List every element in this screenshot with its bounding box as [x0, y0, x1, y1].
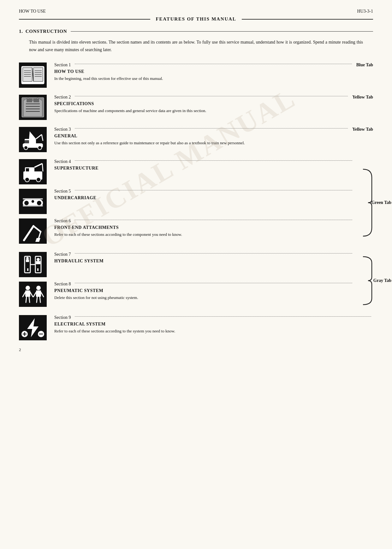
section-entry-1: Section 1 Blue Tab HOW TO USE In the beg… [19, 63, 373, 88]
section-entry-7: Section 7 HYDRAULIC SYSTEM [19, 252, 354, 277]
svg-point-41 [31, 200, 34, 203]
section-8-dots [75, 283, 353, 283]
construction-heading: 1. CONSTRUCTION [19, 29, 373, 34]
section-1-row: Section 1 Blue Tab [54, 63, 373, 68]
section-7-name: HYDRAULIC SYSTEM [54, 259, 354, 264]
icon-specs [19, 95, 47, 120]
undercarriage-icon-svg [20, 190, 45, 213]
section-2-tab: Yellow Tab [352, 95, 373, 100]
section-entry-6: Section 6 FRONT-END ATTACHMENTS Refer to… [19, 218, 354, 244]
svg-rect-57 [36, 261, 40, 264]
section-7-row: Section 7 [54, 252, 354, 257]
svg-rect-32 [26, 168, 29, 171]
section-entry-2: Section 2 Yellow Tab SPECIFICATIONS Spec… [19, 95, 373, 120]
page-header: HOW TO USE HU3-3-1 [19, 9, 373, 14]
section-3-label: Section 3 [54, 127, 71, 132]
section-8-row: Section 8 [54, 282, 354, 287]
section-9-content: Section 9 ELECTRICAL SYSTEM Refer to eac… [54, 315, 373, 335]
section-6-desc: Refer to each of these sections accordin… [54, 231, 354, 238]
construction-line [71, 31, 373, 32]
svg-line-71 [37, 297, 37, 302]
intro-paragraph: This manual is divided into eleven secti… [29, 39, 363, 54]
gray-tab-entries: Section 7 HYDRAULIC SYSTEM [19, 252, 354, 309]
hydraulic-icon-svg [20, 253, 45, 276]
section-9-row: Section 9 [54, 315, 373, 320]
svg-rect-55 [26, 260, 29, 262]
svg-rect-28 [25, 140, 29, 143]
excavator-icon-svg [20, 128, 45, 151]
icon-hydraulic [19, 252, 47, 277]
section-2-name: SPECIFICATIONS [54, 101, 373, 106]
svg-point-34 [36, 177, 41, 182]
title-line-left [19, 19, 150, 20]
section-9-dots [75, 316, 371, 317]
section-9-label: Section 9 [54, 315, 71, 320]
section-7-dots [75, 253, 353, 254]
section-5-name: UNDERCARRIAGE [54, 195, 354, 200]
section-3-desc: Use this section not only as a reference… [54, 140, 373, 146]
section-3-content: Section 3 Yellow Tab GENERAL Use this se… [54, 127, 373, 146]
section-7-label: Section 7 [54, 252, 71, 257]
section-entry-8: Section 8 PNEUMATIC SYSTEM Delete this s… [19, 282, 354, 307]
section-1-name: HOW TO USE [54, 69, 373, 74]
section-2-desc: Specifications of machine and components… [54, 108, 373, 114]
icon-electrical [19, 315, 47, 340]
header-right: HU3-3-1 [357, 9, 373, 14]
section-2-content: Section 2 Yellow Tab SPECIFICATIONS Spec… [54, 95, 373, 114]
section-4-label: Section 4 [54, 159, 71, 164]
section-8-content: Section 8 PNEUMATIC SYSTEM Delete this s… [54, 282, 354, 301]
svg-rect-42 [23, 198, 43, 200]
svg-rect-58 [27, 268, 28, 271]
section-3-tab: Yellow Tab [352, 127, 373, 132]
construction-title: CONSTRUCTION [26, 29, 67, 34]
section-1-content: Section 1 Blue Tab HOW TO USE In the beg… [54, 63, 373, 82]
title-bar: FEATURES OF THIS MANUAL [19, 16, 373, 22]
section-8-label: Section 8 [54, 282, 71, 287]
gray-tab-group: Section 7 HYDRAULIC SYSTEM [19, 252, 373, 309]
section-7-content: Section 7 HYDRAULIC SYSTEM [54, 252, 354, 265]
svg-rect-43 [23, 205, 43, 206]
icon-frontend [19, 218, 47, 244]
section-3-row: Section 3 Yellow Tab [54, 127, 373, 132]
section-3-dots [75, 128, 348, 128]
section-4-row: Section 4 [54, 159, 354, 164]
section-5-label: Section 5 [54, 189, 71, 194]
section-2-dots [75, 96, 348, 96]
svg-line-72 [40, 297, 40, 302]
section-1-desc: In the beginning, read this section for … [54, 75, 373, 82]
icon-undercarriage [19, 189, 47, 214]
pneumatic-icon-svg [20, 283, 45, 306]
section-1-tab: Blue Tab [356, 63, 373, 68]
section-5-dots [75, 190, 353, 190]
svg-point-56 [37, 258, 40, 261]
svg-line-65 [26, 297, 27, 302]
header-left: HOW TO USE [19, 9, 46, 14]
green-tab-label: Green Tab [371, 200, 391, 205]
svg-rect-59 [37, 268, 39, 271]
green-tab-entries: Section 4 SUPERSTRUCTURE [19, 159, 354, 246]
frontend-icon-svg [20, 220, 45, 242]
section-9-name: ELECTRICAL SYSTEM [54, 322, 373, 327]
icon-book [19, 63, 47, 88]
book-icon-svg [20, 64, 45, 87]
specs-icon-svg [20, 96, 45, 119]
page-footer: 2 [19, 347, 373, 352]
section-6-row: Section 6 [54, 218, 354, 224]
section-9-desc: Refer to each of these sections accordin… [54, 328, 373, 335]
section-8-desc: Delete this section for not using pheuma… [54, 295, 354, 301]
svg-point-61 [26, 286, 30, 290]
superstructure-icon-svg [20, 160, 45, 183]
icon-superstructure [19, 159, 47, 184]
construction-number: 1. [19, 29, 23, 34]
section-4-content: Section 4 SUPERSTRUCTURE [54, 159, 354, 172]
section-1-label: Section 1 [54, 63, 71, 68]
section-3-name: GENERAL [54, 134, 373, 139]
svg-point-39 [24, 200, 29, 206]
section-4-dots [75, 160, 353, 161]
section-8-name: PNEUMATIC SYSTEM [54, 288, 354, 293]
svg-point-40 [37, 200, 42, 206]
svg-point-67 [36, 286, 41, 290]
green-tab-group: Section 4 SUPERSTRUCTURE [19, 159, 373, 246]
svg-rect-62 [25, 290, 30, 297]
svg-marker-18 [27, 98, 32, 102]
